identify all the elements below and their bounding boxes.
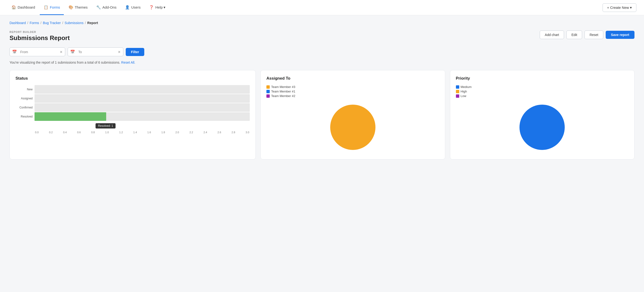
- reset-all-link[interactable]: Reset All.: [121, 61, 135, 64]
- nav-label-forms: Forms: [50, 5, 60, 9]
- svg-point-0: [330, 105, 376, 150]
- from-date-input[interactable]: [19, 48, 58, 56]
- bar-label-assigned: Assigned: [16, 97, 34, 100]
- assigned-to-legend: Team Member #3 Team Member #1 Team Membe…: [266, 85, 295, 99]
- nav-item-dashboard[interactable]: 🏠 Dashboard: [8, 0, 39, 15]
- priority-pie-svg: [516, 101, 568, 154]
- bar-row-resolved: Resolved Resolved: 1: [16, 112, 250, 121]
- nav-item-themes[interactable]: 🎨 Themes: [65, 0, 92, 15]
- nav-item-help[interactable]: ❓ Help ▾: [145, 0, 169, 15]
- page-header: REPORT BUILDER Submissions Report Add ch…: [10, 31, 634, 42]
- priority-title: Priority: [456, 76, 629, 81]
- addons-icon: 🔧: [96, 5, 101, 10]
- assigned-to-title: Assigned To: [266, 76, 439, 81]
- add-chart-button[interactable]: Add chart: [540, 31, 564, 39]
- bar-label-new: New: [16, 88, 34, 91]
- breadcrumb-submissions[interactable]: Submissions: [64, 21, 83, 25]
- home-icon: 🏠: [12, 5, 16, 10]
- bar-row-assigned: Assigned: [16, 94, 250, 103]
- breadcrumb-sep-3: /: [62, 21, 63, 25]
- bar-label-resolved: Resolved: [16, 115, 34, 118]
- page-header-left: REPORT BUILDER Submissions Report: [10, 31, 70, 42]
- legend-dot-tm2: [266, 94, 270, 98]
- from-date-group: 📅 ✕: [10, 48, 65, 56]
- info-text: You're visualizing the report of 1 submi…: [10, 61, 634, 64]
- nav-label-users: Users: [131, 5, 140, 9]
- legend-dot-medium: [456, 85, 459, 89]
- legend-item-tm2: Team Member #2: [266, 94, 295, 98]
- legend-dot-low: [456, 94, 459, 98]
- main-content: Dashboard / Forms / Bug Tracker / Submis…: [0, 15, 644, 165]
- nav-item-forms[interactable]: 📋 Forms: [40, 0, 64, 15]
- status-chart-card: Status New Assigned: [10, 70, 256, 159]
- to-clear-button[interactable]: ✕: [116, 48, 123, 56]
- status-bar-chart: New Assigned Confirmed: [16, 85, 250, 134]
- to-calendar-icon[interactable]: 📅: [68, 48, 78, 56]
- assigned-to-chart-card: Assigned To Team Member #3 Team Member #…: [260, 70, 445, 159]
- legend-label-tm1: Team Member #1: [271, 90, 295, 93]
- bar-tooltip: Resolved: 1: [96, 123, 116, 128]
- info-main-text: You're visualizing the report of 1 submi…: [10, 61, 120, 64]
- edit-button[interactable]: Edit: [566, 31, 582, 39]
- page-title: Submissions Report: [10, 34, 70, 42]
- breadcrumb-sep-2: /: [40, 21, 42, 25]
- breadcrumb: Dashboard / Forms / Bug Tracker / Submis…: [10, 21, 634, 25]
- breadcrumb-dashboard[interactable]: Dashboard: [10, 21, 26, 25]
- nav-item-addons[interactable]: 🔧 Add-Ons: [92, 0, 120, 15]
- nav-label-addons: Add-Ons: [102, 5, 116, 9]
- priority-pie-area: Medium High Low: [456, 85, 629, 154]
- legend-label-medium: Medium: [461, 85, 472, 89]
- legend-dot-tm1: [266, 90, 270, 93]
- filter-button[interactable]: Filter: [126, 48, 144, 56]
- forms-icon: 📋: [44, 5, 48, 10]
- nav-item-users[interactable]: 👤 Users: [121, 0, 144, 15]
- nav-label-dashboard: Dashboard: [18, 5, 35, 9]
- legend-dot-high: [456, 90, 459, 93]
- legend-item-tm3: Team Member #3: [266, 85, 295, 89]
- legend-label-tm3: Team Member #3: [271, 85, 295, 89]
- bar-label-confirmed: Confirmed: [16, 106, 34, 109]
- x-axis: 0.0 0.2 0.4 0.6 0.8 1.0 1.2 1.4 1.6 1.8 …: [34, 131, 250, 134]
- legend-item-tm1: Team Member #1: [266, 90, 295, 93]
- legend-label-low: Low: [461, 94, 466, 98]
- bar-track-new: [34, 85, 250, 94]
- bar-track-confirmed: [34, 103, 250, 112]
- priority-chart-card: Priority Medium High Low: [450, 70, 635, 159]
- nav-left: 🏠 Dashboard 📋 Forms 🎨 Themes 🔧 Add-Ons 👤…: [8, 0, 169, 15]
- legend-dot-tm3: [266, 85, 270, 89]
- legend-item-medium: Medium: [456, 85, 472, 89]
- section-label: REPORT BUILDER: [10, 31, 70, 33]
- bar-track-assigned: [34, 94, 250, 103]
- breadcrumb-bug-tracker[interactable]: Bug Tracker: [43, 21, 61, 25]
- bar-row-new: New: [16, 85, 250, 94]
- charts-row: Status New Assigned: [10, 70, 634, 159]
- page-header-right: Add chart Edit Reset Save report: [540, 31, 634, 39]
- priority-legend: Medium High Low: [456, 85, 472, 99]
- bar-fill-resolved: [34, 112, 106, 121]
- bar-track-resolved: Resolved: 1: [34, 112, 250, 121]
- from-clear-button[interactable]: ✕: [58, 48, 65, 56]
- breadcrumb-forms[interactable]: Forms: [30, 21, 39, 25]
- filter-row: 📅 ✕ 📅 ✕ Filter: [10, 48, 634, 56]
- to-date-group: 📅 ✕: [68, 48, 123, 56]
- breadcrumb-sep-4: /: [85, 21, 86, 25]
- create-new-button[interactable]: + Create New ▾: [602, 3, 636, 12]
- assigned-to-pie-svg: [327, 101, 379, 154]
- status-chart-title: Status: [16, 76, 250, 81]
- users-icon: 👤: [125, 5, 130, 10]
- themes-icon: 🎨: [68, 5, 73, 10]
- navbar: 🏠 Dashboard 📋 Forms 🎨 Themes 🔧 Add-Ons 👤…: [0, 0, 644, 15]
- legend-label-tm2: Team Member #2: [271, 94, 295, 98]
- save-report-button[interactable]: Save report: [606, 31, 634, 39]
- assigned-to-pie-area: Team Member #3 Team Member #1 Team Membe…: [266, 85, 439, 154]
- reset-button[interactable]: Reset: [584, 31, 603, 39]
- bar-chart-bars: New Assigned Confirmed: [16, 85, 250, 121]
- breadcrumb-sep-1: /: [28, 21, 28, 25]
- to-date-input[interactable]: [78, 48, 116, 56]
- legend-item-low: Low: [456, 94, 472, 98]
- from-calendar-icon[interactable]: 📅: [10, 48, 19, 56]
- help-icon: ❓: [149, 5, 154, 10]
- breadcrumb-current: Report: [87, 21, 98, 25]
- legend-label-high: High: [461, 90, 467, 93]
- bar-row-confirmed: Confirmed: [16, 103, 250, 112]
